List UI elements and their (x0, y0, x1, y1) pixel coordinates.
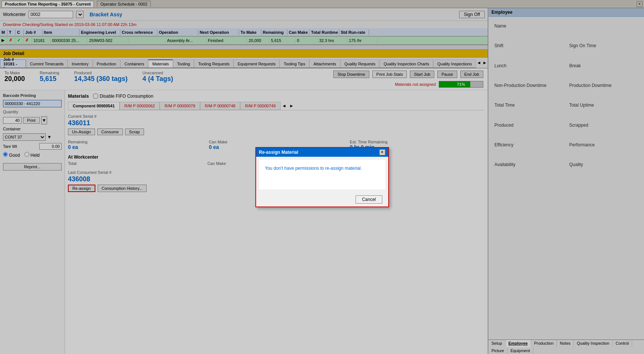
modal-titlebar: Re-assign Material × (256, 148, 388, 157)
modal-body: You don't have permissions to re-assign … (259, 160, 385, 189)
modal-title: Re-assign Material (259, 150, 298, 155)
modal-message: You don't have permissions to re-assign … (265, 166, 362, 171)
modal-footer: Cancel (256, 192, 388, 207)
modal-close-button[interactable]: × (379, 149, 385, 155)
reassign-material-dialog: Re-assign Material × You don't have perm… (255, 147, 389, 207)
modal-overlay: Re-assign Material × You don't have perm… (0, 0, 644, 354)
modal-cancel-button[interactable]: Cancel (356, 195, 382, 204)
